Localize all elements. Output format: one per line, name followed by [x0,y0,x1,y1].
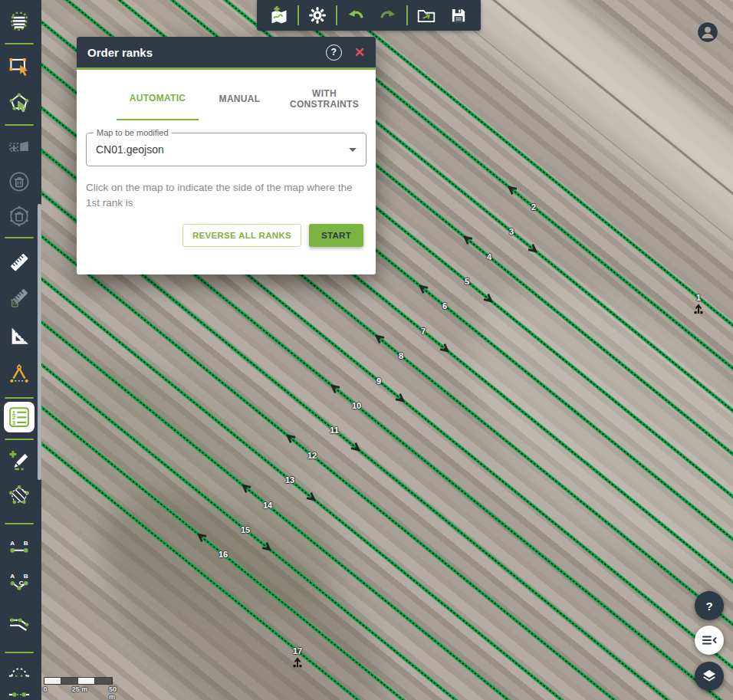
set-square-icon [8,324,31,347]
layers-icon [700,667,718,685]
reverse-all-ranks-button[interactable]: REVERSE ALL RANKS [182,224,301,247]
dialog-instruction: Click on the map to indicate the side of… [86,180,366,212]
svg-text:B: B [24,573,28,580]
folder-export-icon [416,5,436,25]
app-window: 1234567891011121314151617 0 25 m 50 m [0,0,733,700]
sidebar-tool-dotted-line[interactable] [4,679,35,700]
sidebar-tool-select-rectangle[interactable] [4,51,35,81]
svg-text:C: C [19,580,24,587]
save-icon [449,5,468,25]
ruler-icon [8,251,31,274]
avatar-icon [697,21,718,43]
select-polygon-icon [8,92,31,115]
map-scalebar: 0 25 m 50 m [44,677,120,694]
ruler-trash-icon [8,288,31,311]
tab-with-constraints[interactable]: WITH CONSTRAINTS [281,77,368,120]
sidebar-divider [5,43,34,44]
import-map-button[interactable] [263,0,295,31]
layers-fab[interactable] [695,662,724,691]
compass-icon [8,363,31,386]
order-ranks-dialog: Order ranks ? ✕ AUTOMATIC MANUAL WITH CO… [77,37,376,274]
save-button[interactable] [442,0,475,31]
settings-button[interactable] [301,0,334,31]
segment-ab-icon: AB [8,536,31,559]
sidebar-tool-angle-acb[interactable]: ACB [4,567,35,598]
sidebar-tool-delete[interactable] [4,166,35,197]
help-icon: ? [705,600,712,613]
add-shape-icon [8,136,31,159]
tab-manual[interactable]: MANUAL [199,77,281,120]
dotted-line-icon [8,683,31,700]
undo-icon [346,5,366,25]
dialog-body: AUTOMATIC MANUAL WITH CONSTRAINTS Map to… [77,70,376,274]
map-plus-icon [269,5,289,25]
svg-text:3: 3 [12,419,16,426]
sidebar-tool-set-square[interactable] [4,320,35,351]
sidebar-divider [5,237,34,238]
sidebar-tool-parallel-lines[interactable] [4,607,35,638]
angle-acb-icon: ACB [8,571,31,594]
sidebar-scrollbar[interactable] [38,204,41,480]
hatched-polygon-icon [8,484,31,507]
gear-icon [307,5,327,25]
undo-button[interactable] [340,0,372,31]
scalebar-label-0: 0 [43,685,47,693]
sidebar-divider [5,652,34,653]
sidebar-divider [5,439,34,440]
top-toolbar [257,0,481,31]
sidebar-tool-delete-selection[interactable] [4,201,35,232]
dialog-header[interactable]: Order ranks ? ✕ [77,37,376,70]
dialog-tabs: AUTOMATIC MANUAL WITH CONSTRAINTS [117,77,368,120]
sidebar-tool-draw-line[interactable] [4,445,35,475]
sidebar-tool-add-shape[interactable] [4,132,35,163]
sidebar-tool-measure-ruler[interactable] [4,247,35,278]
trash-icon [8,170,31,193]
parallel-lines-icon [8,611,31,634]
start-button[interactable]: START [309,224,363,247]
order-ranks-icon: 123 [8,406,31,429]
map-select[interactable]: Map to be modified CN01.geojson [86,133,366,166]
tool-sidebar: 123 [0,0,41,700]
sidebar-divider [5,397,34,399]
sidebar-divider [5,523,34,524]
dialog-help-button[interactable]: ? [326,44,342,61]
rank-end-marker-icon [695,305,703,314]
redo-icon [378,5,398,25]
tab-automatic[interactable]: AUTOMATIC [117,77,199,120]
sidebar-divider [5,124,34,126]
redo-button[interactable] [372,0,404,31]
scalebar-segments [44,677,113,685]
dialog-title: Order ranks [87,46,326,59]
collapse-list-icon [700,631,718,649]
sidebar-tool-select-polygon[interactable] [4,88,35,119]
sidebar-tool-compass[interactable] [4,359,35,389]
user-avatar[interactable] [697,21,718,43]
field-rows-icon [8,10,31,33]
map-select-value: CN01.geojson [96,143,349,156]
scalebar-label-50: 50 m [109,685,117,700]
sidebar-tool-segment-ab[interactable]: AB [4,532,35,563]
toolbar-divider [336,5,337,25]
sidebar-tool-fill-polygon[interactable] [4,480,35,511]
svg-text:B: B [24,540,28,547]
sidebar-tool-delete-measure[interactable] [4,284,35,314]
rank-end-marker-icon [294,659,302,667]
pencil-add-icon [8,449,31,472]
svg-text:A: A [10,573,15,580]
chevron-down-icon [349,148,357,152]
open-project-button[interactable] [410,0,442,31]
toggle-list-fab[interactable] [695,626,724,655]
scalebar-label-25: 25 m [72,685,88,693]
sidebar-tool-field-rows[interactable] [4,6,35,37]
help-fab[interactable]: ? [695,591,724,620]
svg-text:A: A [10,540,15,547]
toolbar-divider [406,5,408,25]
dialog-close-icon[interactable]: ✕ [354,46,365,59]
trash-selection-icon [8,205,31,228]
select-rectangle-icon [8,54,31,77]
sidebar-tool-order-ranks[interactable]: 123 [4,402,35,432]
toolbar-divider [297,5,299,25]
map-select-label: Map to be modified [94,128,172,137]
